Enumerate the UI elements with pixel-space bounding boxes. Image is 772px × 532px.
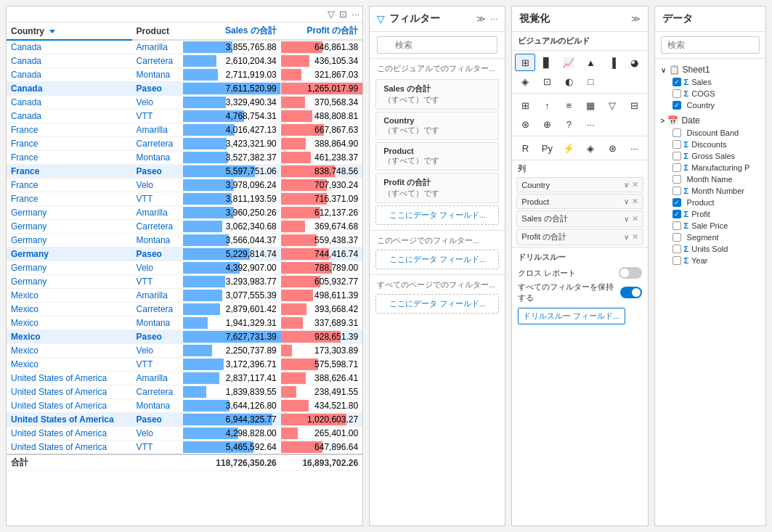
data-item-checkbox[interactable] xyxy=(673,233,681,242)
viz-area-icon[interactable]: ▲ xyxy=(580,54,601,71)
data-item[interactable]: Σ Profit xyxy=(655,208,765,220)
viz-scatter-icon[interactable]: ⊡ xyxy=(537,73,557,90)
data-item[interactable]: Σ Discounts xyxy=(655,139,765,150)
data-item-checkbox[interactable] xyxy=(673,128,681,137)
data-group-sheet1-header[interactable]: ∨📋Sheet1 xyxy=(655,63,765,76)
data-item[interactable]: Discount Band xyxy=(655,127,765,139)
table-cell-sales: 2,711,919.03 xyxy=(183,68,281,82)
filter-add-visual[interactable]: ここにデータ フィールド... xyxy=(375,205,499,225)
data-item[interactable]: Σ Gross Sales xyxy=(655,150,765,162)
viz-field-item[interactable]: Sales の合計 ∨ ✕ xyxy=(516,210,643,227)
viz-matrix-icon[interactable]: ⊞ xyxy=(515,97,535,114)
table-row: France xyxy=(7,151,132,165)
col-header-country[interactable]: Country xyxy=(7,22,132,40)
data-item-checkbox[interactable] xyxy=(673,198,681,207)
more-icon[interactable]: ··· xyxy=(352,9,359,20)
data-item-checkbox[interactable] xyxy=(673,175,681,184)
filter-search-input[interactable] xyxy=(377,36,497,54)
viz-more-viz-icon[interactable]: ··· xyxy=(580,115,601,133)
cross-report-toggle[interactable] xyxy=(619,267,642,279)
filter-add-page[interactable]: ここにデータ フィールド... xyxy=(375,250,499,269)
viz-ribbon-icon[interactable]: ⊛ xyxy=(515,115,535,133)
viz-card-icon[interactable]: □ xyxy=(580,73,601,90)
viz-field-remove-icon[interactable]: ✕ xyxy=(632,232,638,242)
data-item-checkbox[interactable] xyxy=(673,210,681,218)
data-item[interactable]: Σ Sales xyxy=(655,76,765,88)
col-header-product[interactable]: Product xyxy=(132,22,183,40)
data-item[interactable]: Country xyxy=(655,99,765,111)
data-item[interactable]: Σ Manufacturing P xyxy=(655,162,765,173)
viz-funnel-icon[interactable]: ▽ xyxy=(602,97,622,114)
viz-decomp-icon[interactable]: ⊕ xyxy=(537,115,557,133)
data-item-checkbox[interactable] xyxy=(673,78,681,86)
viz-field-item[interactable]: Profit の合計 ∨ ✕ xyxy=(516,229,643,245)
viz-pie-icon[interactable]: ◕ xyxy=(624,54,644,71)
viz-r-icon[interactable]: R xyxy=(515,139,535,157)
col-header-sales[interactable]: Sales の合計 xyxy=(183,22,281,40)
data-item[interactable]: Segment xyxy=(655,232,765,243)
viz-ai2-icon[interactable]: ◈ xyxy=(580,139,601,157)
viz-bar-icon[interactable]: ▊ xyxy=(537,54,557,71)
col-header-profit[interactable]: Profit の合計 xyxy=(281,22,362,40)
filter-item[interactable]: Sales の合計（すべて）です xyxy=(375,79,499,110)
data-group-date-header[interactable]: >📅Date xyxy=(655,114,765,127)
viz-field-item[interactable]: Product ∨ ✕ xyxy=(516,194,643,209)
filter-icon[interactable]: ▽ xyxy=(328,9,335,20)
data-item[interactable]: Month Name xyxy=(655,173,765,185)
viz-gauge-icon[interactable]: ◐ xyxy=(558,73,579,90)
table-cell-sales: 3,527,382.37 xyxy=(183,151,281,165)
viz-expand-icon[interactable]: ≫ xyxy=(631,14,641,24)
filter-item[interactable]: Country（すべて）です xyxy=(375,112,499,140)
viz-field-chevron-icon[interactable]: ∨ xyxy=(624,181,629,189)
data-item[interactable]: Σ Units Sold xyxy=(655,243,765,255)
table-cell-sales: 4,768,754.31 xyxy=(183,110,281,123)
table-container[interactable]: Country Product Sales の合計 Profit の合計 Can… xyxy=(7,22,362,525)
filter-more-icon[interactable]: ··· xyxy=(490,14,497,24)
viz-ai1-icon[interactable]: ⚡ xyxy=(558,139,579,157)
viz-col-icon[interactable]: ▐ xyxy=(602,54,622,71)
expand-icon[interactable]: ⊡ xyxy=(339,9,347,20)
viz-line-icon[interactable]: 📈 xyxy=(558,54,579,71)
viz-more2-icon[interactable]: ··· xyxy=(624,139,644,157)
data-item[interactable]: Σ Sale Price xyxy=(655,220,765,232)
data-item[interactable]: Σ COGS xyxy=(655,88,765,99)
viz-map-icon[interactable]: ◈ xyxy=(515,73,535,90)
viz-py-icon[interactable]: Py xyxy=(537,139,557,157)
data-item-checkbox[interactable] xyxy=(673,221,681,230)
viz-table-icon[interactable]: ⊞ xyxy=(515,54,535,71)
viz-field-remove-icon[interactable]: ✕ xyxy=(632,214,638,224)
viz-ai3-icon[interactable]: ⊛ xyxy=(602,139,622,157)
filter-expand-icon[interactable]: ≫ xyxy=(476,14,486,24)
filter-item[interactable]: Product（すべて）です xyxy=(375,142,499,171)
drill-field-button[interactable]: ドリルスルー フィールド... xyxy=(518,308,625,324)
table-row: Germany xyxy=(7,206,132,220)
data-item-checkbox[interactable] xyxy=(673,245,681,253)
data-search-input[interactable] xyxy=(661,36,760,54)
data-item[interactable]: Product xyxy=(655,197,765,208)
data-item[interactable]: Σ Year xyxy=(655,255,765,266)
viz-field-chevron-icon[interactable]: ∨ xyxy=(624,215,629,223)
viz-field-chevron-icon[interactable]: ∨ xyxy=(624,233,629,241)
data-item-checkbox[interactable] xyxy=(673,152,681,160)
data-item-checkbox[interactable] xyxy=(673,101,681,110)
viz-kpi-icon[interactable]: ↑ xyxy=(537,97,557,114)
total-profit: 16,893,702.26 xyxy=(281,454,362,471)
viz-qna-icon[interactable]: ? xyxy=(558,115,579,133)
filter-item[interactable]: Profit の合計（すべて）です xyxy=(375,173,499,203)
data-item-checkbox[interactable] xyxy=(673,187,681,195)
data-item[interactable]: Σ Month Number xyxy=(655,185,765,197)
viz-field-item[interactable]: Country ∨ ✕ xyxy=(516,177,643,192)
viz-field-remove-icon[interactable]: ✕ xyxy=(632,197,638,206)
data-item-checkbox[interactable] xyxy=(673,163,681,172)
table-cell-profit: 612,137.26 xyxy=(281,206,362,220)
filter-add-all[interactable]: ここにデータ フィールド... xyxy=(375,294,499,314)
keep-filters-toggle[interactable] xyxy=(620,287,641,298)
viz-waterfall-icon[interactable]: ⊟ xyxy=(624,97,644,114)
viz-field-remove-icon[interactable]: ✕ xyxy=(632,180,638,189)
data-item-checkbox[interactable] xyxy=(673,256,681,265)
data-item-checkbox[interactable] xyxy=(673,140,681,149)
viz-field-chevron-icon[interactable]: ∨ xyxy=(624,197,629,205)
viz-slicer-icon[interactable]: ≡ xyxy=(558,97,579,114)
data-item-checkbox[interactable] xyxy=(673,89,681,98)
viz-treemap-icon[interactable]: ▦ xyxy=(580,97,601,114)
